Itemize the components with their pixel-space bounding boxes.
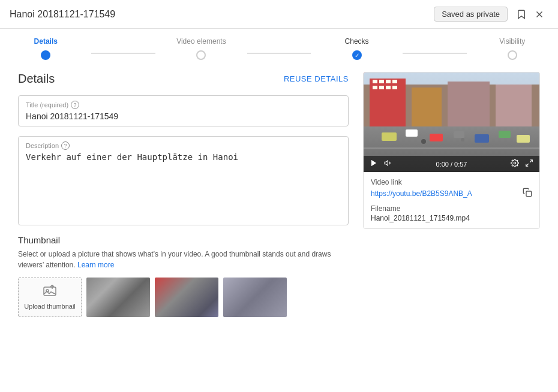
fullscreen-button[interactable] [524, 159, 535, 169]
svg-rect-22 [406, 129, 418, 137]
copy-link-button[interactable] [523, 188, 532, 200]
svg-rect-23 [430, 134, 443, 141]
svg-rect-2 [44, 287, 56, 295]
main-content: Details REUSE DETAILS Title (required) ?… [0, 62, 558, 378]
saved-as-private-badge[interactable]: Saved as private [434, 7, 508, 22]
close-button[interactable] [530, 5, 548, 23]
header: Hanoi 20181121-171549 Saved as private [0, 0, 558, 29]
upload-icon [43, 285, 57, 300]
video-link[interactable]: https://youtu.be/B2B5S9ANB_A [371, 189, 472, 198]
svg-point-28 [421, 139, 426, 144]
step-checks[interactable]: Checks ✓ [311, 37, 402, 60]
description-input[interactable] [26, 152, 341, 218]
right-panel: 0:00 / 0:57 [363, 62, 540, 378]
description-label: Description ? [26, 141, 341, 150]
filename-label: Filename [371, 204, 532, 213]
video-preview: 0:00 / 0:57 [363, 72, 540, 229]
svg-rect-26 [499, 131, 511, 138]
svg-marker-30 [371, 160, 376, 167]
svg-rect-35 [526, 191, 532, 197]
thumbnail-section: Thumbnail Select or upload a picture tha… [18, 235, 349, 317]
svg-point-29 [461, 138, 464, 141]
volume-icon [384, 159, 392, 167]
play-icon [370, 159, 378, 167]
step-video-elements-dot [196, 50, 206, 60]
video-thumbnail: 0:00 / 0:57 [364, 73, 539, 172]
description-help-icon[interactable]: ? [61, 141, 70, 150]
svg-line-33 [530, 160, 532, 162]
video-controls: 0:00 / 0:57 [364, 156, 539, 172]
thumbnail-preview-3[interactable] [223, 278, 287, 317]
svg-rect-10 [386, 80, 391, 83]
title-label: Title (required) ? [26, 101, 341, 109]
step-details-dot [41, 50, 50, 60]
svg-rect-16 [412, 88, 442, 126]
thumbnail-title: Thumbnail [18, 235, 349, 245]
volume-button[interactable] [383, 159, 394, 169]
step-video-elements[interactable]: Video elements [155, 37, 247, 60]
checkmark-icon: ✓ [355, 52, 359, 59]
bookmark-button[interactable] [512, 5, 530, 23]
step-checks-label: Checks [345, 37, 369, 46]
settings-icon [511, 159, 519, 167]
thumbnails-row: Upload thumbnail [18, 278, 349, 317]
connector-3 [403, 53, 467, 54]
title-field-group: Title (required) ? [18, 95, 349, 126]
time-display: 0:00 / 0:57 [397, 161, 506, 168]
svg-rect-21 [382, 132, 397, 141]
step-visibility-label: Visibility [499, 37, 525, 46]
fullscreen-icon [525, 159, 533, 167]
title-input[interactable] [26, 111, 341, 121]
svg-rect-24 [454, 131, 464, 138]
svg-rect-25 [475, 134, 489, 143]
step-video-elements-label: Video elements [176, 37, 226, 46]
bookmark-icon [516, 9, 527, 20]
learn-more-link[interactable]: Learn more [77, 261, 114, 269]
step-checks-dot: ✓ [352, 50, 362, 60]
left-panel: Details REUSE DETAILS Title (required) ?… [18, 62, 349, 378]
svg-rect-18 [496, 85, 532, 126]
page-title: Hanoi 20181121-171549 [10, 9, 434, 20]
thumbnail-preview-2[interactable] [155, 278, 218, 317]
svg-rect-27 [517, 135, 530, 143]
connector-2 [247, 53, 311, 54]
title-help-icon[interactable]: ? [71, 101, 79, 109]
reuse-details-button[interactable]: REUSE DETAILS [284, 74, 349, 83]
svg-rect-13 [379, 86, 384, 89]
svg-rect-15 [392, 86, 397, 89]
filename: Hanoi_20181121_171549.mp4 [371, 214, 532, 222]
upload-thumbnail-button[interactable]: Upload thumbnail [18, 278, 82, 317]
section-title: Details [18, 72, 55, 86]
description-field-group: Description ? [18, 136, 349, 225]
thumbnail-preview-1[interactable] [86, 278, 150, 317]
svg-rect-14 [386, 86, 391, 89]
thumbnail-description: Select or upload a picture that shows wh… [18, 249, 349, 270]
connector-1 [91, 53, 155, 54]
video-meta: Video link https://youtu.be/B2B5S9ANB_A … [364, 172, 539, 228]
upload-thumbnail-label: Upload thumbnail [24, 303, 76, 310]
copy-icon [523, 188, 532, 197]
step-details[interactable]: Details [0, 37, 91, 60]
svg-rect-8 [373, 80, 377, 83]
close-icon [534, 9, 545, 20]
svg-marker-31 [385, 161, 388, 165]
step-visibility[interactable]: Visibility [467, 37, 558, 60]
step-details-label: Details [34, 37, 58, 46]
video-link-label: Video link [371, 178, 532, 186]
svg-rect-9 [379, 80, 384, 83]
svg-rect-12 [373, 86, 377, 89]
svg-rect-20 [364, 147, 540, 149]
svg-rect-17 [448, 82, 490, 126]
step-visibility-dot [508, 50, 517, 60]
svg-point-32 [514, 162, 516, 164]
svg-rect-11 [392, 80, 397, 83]
play-button[interactable] [368, 159, 379, 169]
settings-button[interactable] [509, 159, 520, 169]
svg-line-34 [526, 164, 529, 166]
steps-bar: Details Video elements Checks ✓ Visibili… [0, 29, 558, 62]
section-header: Details REUSE DETAILS [18, 72, 349, 86]
